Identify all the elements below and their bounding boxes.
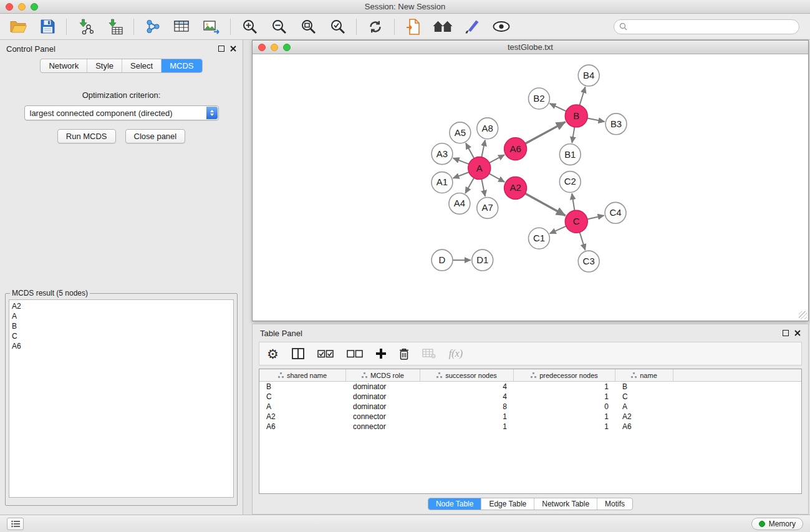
import-network-button[interactable]: [72, 16, 99, 37]
graph-edge-A-A4[interactable]: [465, 178, 474, 193]
function-builder-button[interactable]: f(x): [449, 348, 463, 359]
graph-edge-A2-C[interactable]: [525, 193, 566, 216]
graph-node-C4[interactable]: C4: [605, 202, 626, 223]
graph-node-A1[interactable]: A1: [432, 172, 453, 193]
select-all-button[interactable]: [317, 350, 334, 358]
zoom-in-button[interactable]: [236, 16, 263, 37]
search-input[interactable]: [630, 22, 794, 31]
apply-style-button[interactable]: [459, 16, 485, 37]
home-button[interactable]: [430, 16, 456, 37]
zoom-out-button[interactable]: [266, 16, 292, 37]
graph-node-A8[interactable]: A8: [477, 118, 498, 139]
graph-edge-A-A5[interactable]: [466, 143, 474, 158]
network-graph[interactable]: B4B2BB3A8A5A6A3B1AA1C2A2A4A7C4CC1C3DD1: [253, 54, 808, 321]
graph-node-B1[interactable]: B1: [559, 144, 581, 165]
import-table-button[interactable]: [102, 16, 128, 37]
graph-node-C2[interactable]: C2: [559, 172, 581, 193]
column-header-successor-nodes[interactable]: successor nodes: [420, 369, 514, 381]
minimize-window-button[interactable]: [18, 3, 26, 11]
graph-node-C3[interactable]: C3: [578, 251, 599, 272]
graph-edge-B-B1[interactable]: [572, 127, 574, 143]
graph-node-D1[interactable]: D1: [472, 249, 493, 271]
table-row[interactable]: A6connector11A6: [259, 422, 801, 432]
mcds-result-item[interactable]: A2: [12, 301, 231, 311]
window-resize-grip[interactable]: [799, 311, 807, 319]
export-image-button[interactable]: [198, 16, 224, 37]
graph-edge-A-A3[interactable]: [453, 158, 469, 164]
graph-edge-C-C3[interactable]: [580, 232, 586, 250]
show-graphics-details-button[interactable]: [488, 16, 514, 37]
tab-network-table[interactable]: Network Table: [534, 498, 597, 510]
new-network-button[interactable]: [140, 16, 166, 37]
close-window-button[interactable]: [6, 3, 13, 11]
table-row[interactable]: Bdominator41B: [259, 382, 801, 392]
table-settings-button[interactable]: ⚙: [267, 347, 279, 360]
mcds-result-item[interactable]: C: [12, 331, 231, 341]
graph-node-A4[interactable]: A4: [449, 193, 470, 214]
graph-node-A2[interactable]: A2: [504, 177, 527, 200]
column-header-MCDS-role[interactable]: MCDS role: [346, 369, 420, 381]
graph-node-A6[interactable]: A6: [504, 138, 527, 160]
zoom-window-button[interactable]: [31, 3, 38, 11]
export-network-button[interactable]: [400, 16, 427, 37]
graph-edge-A-A7[interactable]: [481, 179, 485, 196]
network-close-button[interactable]: [258, 44, 266, 51]
run-mcds-button[interactable]: Run MCDS: [57, 129, 116, 143]
graph-node-C1[interactable]: C1: [529, 228, 550, 249]
graph-node-C[interactable]: C: [565, 210, 587, 233]
table-row[interactable]: Cdominator41C: [259, 392, 801, 402]
delete-entry-button[interactable]: [399, 348, 409, 360]
graph-edge-A-A8[interactable]: [481, 140, 485, 157]
column-header-predecessor-nodes[interactable]: predecessor nodes: [514, 369, 615, 381]
graph-edge-A-A2[interactable]: [489, 173, 504, 182]
graph-edge-B-B4[interactable]: [580, 87, 586, 105]
graph-edge-C-C4[interactable]: [587, 215, 604, 219]
mcds-result-item[interactable]: A6: [12, 341, 231, 351]
save-session-button[interactable]: [34, 16, 60, 37]
graph-edge-A6-B[interactable]: [525, 122, 565, 143]
tab-edge-table[interactable]: Edge Table: [481, 498, 534, 510]
graph-edge-A-A1[interactable]: [453, 172, 469, 178]
graph-node-B[interactable]: B: [565, 105, 587, 127]
deselect-all-button[interactable]: [347, 350, 363, 358]
tab-motifs[interactable]: Motifs: [597, 498, 632, 510]
float-table-panel-icon[interactable]: [783, 330, 789, 336]
graph-edge-C-C1[interactable]: [550, 226, 566, 234]
graph-edge-C-C2[interactable]: [572, 193, 574, 210]
graph-node-B4[interactable]: B4: [578, 65, 599, 86]
table-row[interactable]: A2connector11A2: [259, 412, 801, 422]
column-header-shared-name[interactable]: shared name: [259, 369, 346, 381]
delete-table-button[interactable]: [422, 349, 436, 359]
tab-mcds[interactable]: MCDS: [162, 59, 201, 72]
column-header-name[interactable]: name: [615, 369, 673, 381]
add-entry-button[interactable]: [376, 349, 386, 359]
network-minimize-button[interactable]: [271, 44, 278, 51]
mcds-result-item[interactable]: B: [12, 321, 231, 331]
criterion-dropdown[interactable]: largest connected component (directed): [24, 105, 219, 120]
tab-network[interactable]: Network: [41, 59, 87, 72]
close-panel-button[interactable]: Close panel: [125, 129, 186, 143]
tab-style[interactable]: Style: [87, 59, 122, 72]
graph-edge-B-B3[interactable]: [587, 118, 605, 122]
zoom-selected-button[interactable]: [324, 16, 350, 37]
open-session-button[interactable]: [5, 16, 31, 37]
graph-node-A7[interactable]: A7: [477, 197, 498, 218]
task-history-button[interactable]: [7, 518, 24, 530]
graph-node-A[interactable]: A: [468, 157, 491, 180]
graph-edge-A-A6[interactable]: [489, 155, 504, 163]
table-row[interactable]: Adominator80A: [259, 402, 801, 412]
network-canvas[interactable]: B4B2BB3A8A5A6A3B1AA1C2A2A4A7C4CC1C3DD1: [253, 54, 808, 321]
show-columns-button[interactable]: [292, 348, 304, 359]
graph-edge-B-B2[interactable]: [550, 104, 566, 111]
graph-node-B2[interactable]: B2: [529, 88, 550, 109]
tab-select[interactable]: Select: [122, 59, 162, 72]
mcds-result-item[interactable]: A: [12, 311, 231, 321]
graph-node-A3[interactable]: A3: [432, 143, 453, 165]
tab-node-table[interactable]: Node Table: [428, 498, 482, 510]
graph-node-D[interactable]: D: [432, 249, 453, 271]
memory-button[interactable]: Memory: [751, 518, 803, 530]
float-panel-icon[interactable]: [218, 46, 224, 52]
graph-node-A5[interactable]: A5: [450, 122, 471, 143]
close-panel-icon[interactable]: [230, 46, 236, 52]
new-table-button[interactable]: [169, 16, 195, 37]
